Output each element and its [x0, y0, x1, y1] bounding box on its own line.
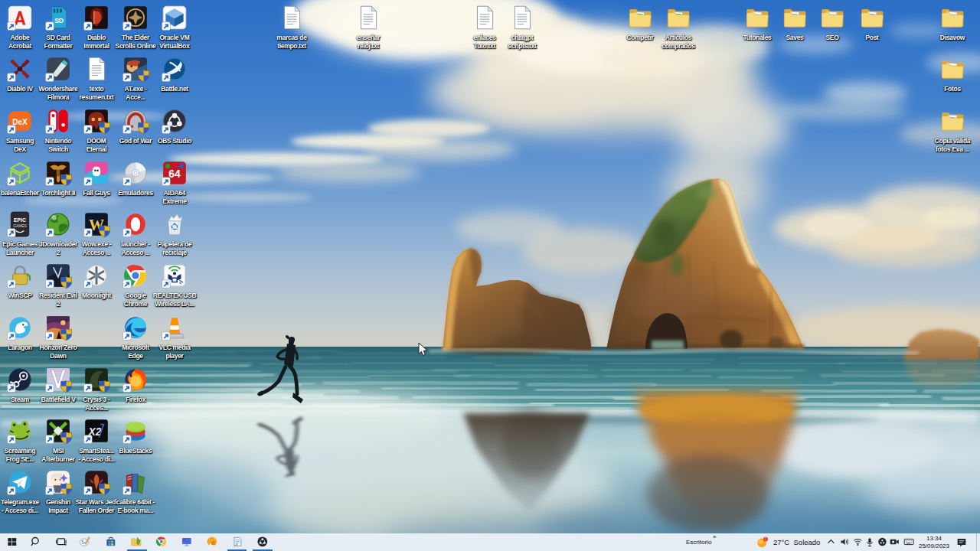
svg-text:!: !	[765, 537, 766, 541]
